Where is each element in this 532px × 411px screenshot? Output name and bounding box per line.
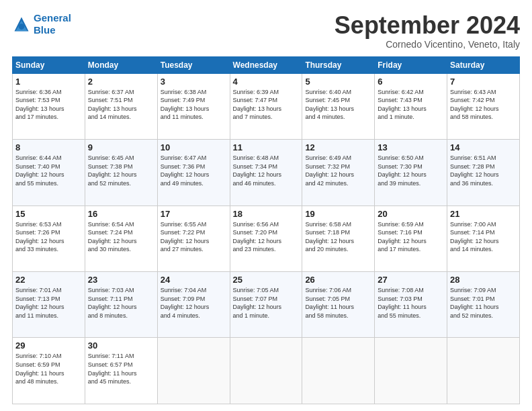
col-sunday: Sunday [13, 56, 85, 73]
table-row: 20Sunrise: 6:59 AMSunset: 7:16 PMDayligh… [375, 205, 447, 271]
col-monday: Monday [85, 56, 157, 73]
day-number: 28 [450, 275, 517, 285]
logo-icon [12, 15, 31, 34]
day-number: 29 [15, 340, 82, 351]
day-info: Sunrise: 6:48 AMSunset: 7:34 PMDaylight:… [233, 154, 300, 187]
table-row [375, 338, 447, 404]
table-row: 17Sunrise: 6:55 AMSunset: 7:22 PMDayligh… [157, 205, 230, 271]
day-number: 27 [378, 275, 444, 285]
table-row [302, 338, 375, 404]
table-row: 23Sunrise: 7:03 AMSunset: 7:11 PMDayligh… [85, 272, 157, 338]
table-row: 2Sunrise: 6:37 AMSunset: 7:51 PMDaylight… [85, 73, 157, 139]
day-info: Sunrise: 6:54 AMSunset: 7:24 PMDaylight:… [88, 220, 154, 254]
day-number: 18 [233, 209, 300, 219]
table-row: 18Sunrise: 6:56 AMSunset: 7:20 PMDayligh… [230, 205, 302, 271]
calendar-table: Sunday Monday Tuesday Wednesday Thursday… [12, 56, 520, 404]
day-info: Sunrise: 6:45 AMSunset: 7:38 PMDaylight:… [88, 154, 154, 187]
table-row [230, 338, 302, 404]
table-row: 9Sunrise: 6:45 AMSunset: 7:38 PMDaylight… [85, 140, 157, 205]
day-info: Sunrise: 6:38 AMSunset: 7:49 PMDaylight:… [161, 88, 227, 122]
day-info: Sunrise: 6:51 AMSunset: 7:28 PMDaylight:… [450, 154, 517, 187]
day-number: 20 [378, 209, 444, 219]
day-info: Sunrise: 6:37 AMSunset: 7:51 PMDaylight:… [88, 88, 154, 122]
day-number: 17 [161, 209, 227, 219]
table-row: 8Sunrise: 6:44 AMSunset: 7:40 PMDaylight… [13, 140, 85, 205]
table-row: 27Sunrise: 7:08 AMSunset: 7:03 PMDayligh… [375, 272, 447, 338]
day-info: Sunrise: 6:56 AMSunset: 7:20 PMDaylight:… [233, 220, 300, 254]
calendar-header-row: Sunday Monday Tuesday Wednesday Thursday… [13, 56, 520, 73]
day-info: Sunrise: 6:59 AMSunset: 7:16 PMDaylight:… [378, 220, 444, 254]
table-row: 7Sunrise: 6:43 AMSunset: 7:42 PMDaylight… [447, 73, 520, 139]
day-info: Sunrise: 7:11 AMSunset: 6:57 PMDaylight:… [88, 352, 154, 385]
table-row: 25Sunrise: 7:05 AMSunset: 7:07 PMDayligh… [230, 272, 302, 338]
day-number: 12 [305, 142, 371, 152]
logo: General Blue [12, 12, 71, 36]
day-info: Sunrise: 6:39 AMSunset: 7:47 PMDaylight:… [233, 88, 300, 122]
table-row [447, 338, 520, 404]
day-info: Sunrise: 6:40 AMSunset: 7:45 PMDaylight:… [305, 88, 371, 122]
table-row: 21Sunrise: 7:00 AMSunset: 7:14 PMDayligh… [447, 205, 520, 271]
day-number: 25 [233, 275, 300, 285]
day-number: 14 [450, 142, 517, 152]
day-number: 7 [450, 77, 517, 87]
day-number: 13 [378, 142, 444, 152]
day-number: 2 [88, 77, 154, 87]
day-number: 3 [161, 77, 227, 87]
day-number: 8 [15, 142, 82, 152]
table-row: 1Sunrise: 6:36 AMSunset: 7:53 PMDaylight… [13, 73, 85, 139]
day-number: 9 [88, 142, 154, 152]
col-friday: Friday [375, 56, 447, 73]
table-row: 14Sunrise: 6:51 AMSunset: 7:28 PMDayligh… [447, 140, 520, 205]
day-info: Sunrise: 7:08 AMSunset: 7:03 PMDaylight:… [378, 286, 444, 320]
logo-text: General Blue [34, 12, 71, 36]
day-number: 24 [161, 275, 227, 285]
col-saturday: Saturday [447, 56, 520, 73]
day-info: Sunrise: 6:50 AMSunset: 7:30 PMDaylight:… [378, 154, 444, 187]
table-row: 13Sunrise: 6:50 AMSunset: 7:30 PMDayligh… [375, 140, 447, 205]
table-row: 12Sunrise: 6:49 AMSunset: 7:32 PMDayligh… [302, 140, 375, 205]
table-row: 11Sunrise: 6:48 AMSunset: 7:34 PMDayligh… [230, 140, 302, 205]
day-number: 26 [305, 275, 371, 285]
day-info: Sunrise: 6:47 AMSunset: 7:36 PMDaylight:… [161, 154, 227, 187]
col-tuesday: Tuesday [157, 56, 230, 73]
calendar-week-row: 8Sunrise: 6:44 AMSunset: 7:40 PMDaylight… [13, 140, 520, 205]
day-number: 1 [15, 77, 82, 87]
table-row: 30Sunrise: 7:11 AMSunset: 6:57 PMDayligh… [85, 338, 157, 404]
day-info: Sunrise: 7:03 AMSunset: 7:11 PMDaylight:… [88, 286, 154, 320]
day-number: 30 [88, 340, 154, 351]
table-row: 5Sunrise: 6:40 AMSunset: 7:45 PMDaylight… [302, 73, 375, 139]
calendar-week-row: 22Sunrise: 7:01 AMSunset: 7:13 PMDayligh… [13, 272, 520, 338]
day-info: Sunrise: 7:04 AMSunset: 7:09 PMDaylight:… [161, 286, 227, 320]
day-number: 23 [88, 275, 154, 285]
table-row: 24Sunrise: 7:04 AMSunset: 7:09 PMDayligh… [157, 272, 230, 338]
day-info: Sunrise: 7:00 AMSunset: 7:14 PMDaylight:… [450, 220, 517, 254]
day-info: Sunrise: 6:53 AMSunset: 7:26 PMDaylight:… [15, 220, 82, 254]
day-number: 11 [233, 142, 300, 152]
page: General Blue September 2024 Cornedo Vice… [0, 0, 532, 411]
col-wednesday: Wednesday [230, 56, 302, 73]
table-row: 4Sunrise: 6:39 AMSunset: 7:47 PMDaylight… [230, 73, 302, 139]
table-row: 15Sunrise: 6:53 AMSunset: 7:26 PMDayligh… [13, 205, 85, 271]
day-number: 15 [15, 209, 82, 219]
table-row: 22Sunrise: 7:01 AMSunset: 7:13 PMDayligh… [13, 272, 85, 338]
day-info: Sunrise: 6:55 AMSunset: 7:22 PMDaylight:… [161, 220, 227, 254]
day-number: 19 [305, 209, 371, 219]
day-number: 22 [15, 275, 82, 285]
logo-general: General [34, 12, 71, 24]
day-info: Sunrise: 6:44 AMSunset: 7:40 PMDaylight:… [15, 154, 82, 187]
table-row: 29Sunrise: 7:10 AMSunset: 6:59 PMDayligh… [13, 338, 85, 404]
day-info: Sunrise: 7:01 AMSunset: 7:13 PMDaylight:… [15, 286, 82, 320]
table-row: 3Sunrise: 6:38 AMSunset: 7:49 PMDaylight… [157, 73, 230, 139]
month-title: September 2024 [335, 12, 520, 39]
calendar-week-row: 1Sunrise: 6:36 AMSunset: 7:53 PMDaylight… [13, 73, 520, 139]
table-row: 10Sunrise: 6:47 AMSunset: 7:36 PMDayligh… [157, 140, 230, 205]
day-info: Sunrise: 7:05 AMSunset: 7:07 PMDaylight:… [233, 286, 300, 320]
day-number: 10 [161, 142, 227, 152]
day-number: 5 [305, 77, 371, 87]
logo-blue: Blue [34, 24, 56, 36]
header: General Blue September 2024 Cornedo Vice… [12, 12, 520, 50]
table-row: 26Sunrise: 7:06 AMSunset: 7:05 PMDayligh… [302, 272, 375, 338]
day-number: 16 [88, 209, 154, 219]
day-info: Sunrise: 6:42 AMSunset: 7:43 PMDaylight:… [378, 88, 444, 122]
table-row: 28Sunrise: 7:09 AMSunset: 7:01 PMDayligh… [447, 272, 520, 338]
